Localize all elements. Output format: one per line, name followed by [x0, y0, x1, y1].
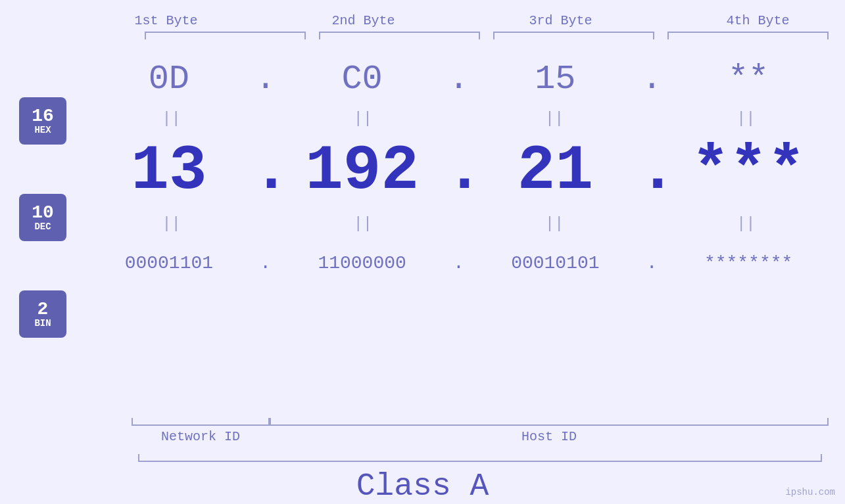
- bin-b2: 11000000: [279, 253, 446, 273]
- bottom-section: Network ID Host ID Class A: [0, 418, 845, 504]
- bracket-byte2: [319, 32, 480, 39]
- main-container: 1st Byte 2nd Byte 3rd Byte 4th Byte 16 H…: [0, 0, 845, 504]
- dec-dot3: .: [639, 135, 665, 207]
- eq1-b4: ||: [660, 110, 832, 127]
- dec-dot2: .: [446, 135, 472, 207]
- dec-b1: 13: [85, 135, 253, 207]
- eq2-b4: ||: [660, 215, 832, 233]
- network-bracket: [132, 418, 270, 426]
- dec-b3: 21: [472, 135, 639, 207]
- network-id-label: Network ID: [132, 429, 270, 444]
- byte2-header: 2nd Byte: [265, 13, 462, 28]
- bracket-byte3: [493, 32, 654, 39]
- hex-badge-label: HEX: [34, 126, 51, 135]
- bin-dot1: .: [253, 253, 279, 273]
- equals-row2: || || || ||: [85, 210, 832, 237]
- bin-b4: ********: [665, 253, 832, 273]
- bin-badge-label: BIN: [34, 319, 51, 328]
- content-area: 16 HEX 10 DEC 2 BIN 0D . C0 . 15 . **: [0, 53, 845, 415]
- byte-headers: 1st Byte 2nd Byte 3rd Byte 4th Byte: [68, 13, 846, 28]
- hex-b2: C0: [279, 60, 446, 99]
- eq1-b3: ||: [469, 110, 640, 127]
- hex-badge-number: 16: [32, 107, 54, 126]
- network-host-labels: Network ID Host ID: [132, 429, 829, 444]
- watermark: ipshu.com: [785, 487, 835, 497]
- dec-badge: 10 DEC: [19, 194, 66, 241]
- dec-b4: ***: [665, 135, 832, 207]
- host-id-label: Host ID: [270, 429, 829, 444]
- bin-badge-number: 2: [37, 300, 49, 319]
- host-bracket: [270, 418, 829, 426]
- eq2-b2: ||: [277, 215, 448, 233]
- class-label: Class A: [0, 469, 845, 504]
- bin-b3: 00010101: [472, 253, 639, 273]
- eq2-b3: ||: [469, 215, 640, 233]
- hex-dot1: .: [253, 60, 279, 99]
- byte4-header: 4th Byte: [660, 13, 846, 28]
- eq1-b2: ||: [277, 110, 448, 127]
- hex-b3: 15: [472, 60, 639, 99]
- bin-dot2: .: [446, 253, 472, 273]
- network-host-brackets: [132, 418, 829, 426]
- bin-badge: 2 BIN: [19, 290, 66, 338]
- bin-row: 00001101 . 11000000 . 00010101 . *******…: [85, 237, 832, 289]
- dec-row: 13 . 192 . 21 . ***: [85, 131, 832, 210]
- bin-dot3: .: [639, 253, 665, 273]
- hex-row: 0D . C0 . 15 . **: [85, 53, 832, 105]
- bracket-byte4: [667, 32, 829, 39]
- hex-badge: 16 HEX: [19, 97, 66, 145]
- left-badges: 16 HEX 10 DEC 2 BIN: [0, 53, 85, 415]
- hex-b1: 0D: [85, 60, 253, 99]
- bracket-byte1: [145, 32, 306, 39]
- dec-b2: 192: [279, 135, 446, 207]
- hex-dot2: .: [446, 60, 472, 99]
- hex-dot3: .: [639, 60, 665, 99]
- eq1-b1: ||: [85, 110, 257, 127]
- byte1-header: 1st Byte: [68, 13, 265, 28]
- bin-b1: 00001101: [85, 253, 253, 273]
- hex-b4: **: [665, 60, 832, 99]
- equals-row1: || || || ||: [85, 105, 832, 131]
- byte3-header: 3rd Byte: [462, 13, 660, 28]
- values-grid: 0D . C0 . 15 . ** || || || || 13: [85, 53, 845, 415]
- large-bottom-bracket: [138, 454, 822, 462]
- top-brackets: [138, 32, 835, 39]
- eq2-b1: ||: [85, 215, 257, 233]
- dec-dot1: .: [253, 135, 279, 207]
- dec-badge-number: 10: [32, 204, 54, 222]
- dec-badge-label: DEC: [34, 222, 51, 231]
